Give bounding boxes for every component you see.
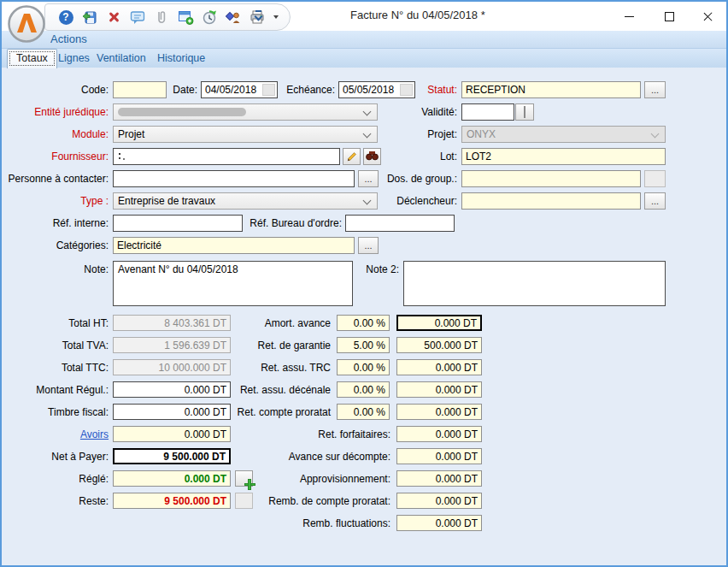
reste-value[interactable]: 9 500.000 DT [113, 493, 231, 509]
toolbar-overflow-icon[interactable] [252, 9, 264, 24]
new-window-glyph [177, 9, 194, 26]
type-dropdown[interactable]: Entreprise de travaux [113, 192, 378, 210]
delete-glyph [108, 11, 120, 23]
remb-compte-proratat-input[interactable]: 0.000 DT [396, 493, 482, 509]
remb-fluctuations-label: Remb. fluctuations: [215, 515, 390, 532]
approvisionnement-input[interactable]: 0.000 DT [396, 470, 482, 487]
validite-check-button[interactable] [515, 103, 534, 121]
comment-glyph [129, 9, 146, 26]
note2-textarea[interactable] [403, 261, 666, 306]
delete-icon[interactable] [103, 7, 124, 27]
ref-interne-label: Réf. interne: [36, 215, 109, 232]
validite-input[interactable] [461, 103, 514, 121]
fournisseur-input[interactable] [113, 148, 340, 165]
minimize-button[interactable] [614, 5, 644, 27]
date-picker-button[interactable] [262, 84, 275, 96]
app-logo-icon [7, 4, 46, 44]
regle-label: Réglé: [19, 470, 109, 487]
fournisseur-edit-button[interactable] [343, 148, 361, 165]
tab-ventilation[interactable]: Ventilation [88, 50, 155, 67]
note2-label: Note 2: [359, 261, 399, 278]
amort-avance-label: Amort. avance [185, 315, 331, 332]
close-icon [702, 11, 713, 21]
avance-sur-decompte-input[interactable]: 0.000 DT [396, 448, 482, 464]
workflow-icon[interactable] [223, 7, 244, 27]
chevron-down-icon [363, 130, 372, 139]
avoirs-link[interactable]: Avoirs [19, 426, 109, 443]
actions-menu[interactable]: Actions [50, 32, 87, 45]
personne-label: Personne à contacter: [2, 170, 109, 187]
ret-compte-proratat-pct-input[interactable]: 0.00 % [337, 404, 390, 420]
ref-interne-input[interactable] [113, 215, 243, 232]
declencheur-input[interactable] [461, 192, 641, 210]
ret-assu-decenale-label: Ret. assu. décénale [185, 381, 331, 399]
projet-label: Projet: [402, 126, 457, 143]
maximize-button[interactable] [654, 5, 684, 27]
personne-browse-button[interactable]: ... [358, 170, 379, 187]
categories-input[interactable]: Electricité [113, 237, 355, 254]
ret-garantie-amount-input[interactable]: 500.000 DT [396, 337, 482, 353]
ret-forfaitaires-input[interactable]: 0.000 DT [396, 426, 482, 442]
print-dropdown-icon[interactable] [271, 7, 281, 27]
ret-garantie-label: Ret. de garantie [185, 337, 331, 354]
ret-assu-decenale-amount-input[interactable]: 0.000 DT [396, 381, 482, 398]
dos-groupe-input[interactable] [461, 170, 641, 187]
personne-input[interactable] [113, 170, 355, 187]
checkbox-icon [524, 106, 525, 118]
ret-assu-trc-amount-input[interactable]: 0.000 DT [396, 359, 482, 375]
help-icon[interactable]: ? [56, 7, 76, 27]
close-button[interactable] [692, 5, 723, 27]
attachment-icon[interactable] [151, 7, 172, 27]
note-textarea[interactable]: Avenant N° du 04/05/2018 [113, 261, 353, 306]
dos-groupe-browse-button [644, 170, 666, 187]
entite-juridique-dropdown[interactable] [113, 103, 378, 121]
pencil-icon [345, 149, 358, 162]
ret-assu-trc-pct-input[interactable]: 0.00 % [337, 359, 390, 375]
code-input[interactable] [113, 81, 167, 98]
net-a-payer-value[interactable]: 9 500.000 DT [113, 448, 231, 464]
tab-strip: Totaux Lignes Ventilation Historique [2, 49, 726, 68]
tab-historique[interactable]: Historique [149, 50, 214, 67]
code-label: Code: [53, 81, 109, 98]
save-icon[interactable] [79, 7, 100, 27]
fournisseur-search-button[interactable] [363, 148, 381, 165]
binoculars-icon [366, 150, 379, 161]
reste-label: Reste: [19, 493, 109, 510]
categories-browse-button[interactable]: ... [358, 237, 379, 254]
regle-value[interactable]: 0.000 DT [113, 470, 231, 487]
statut-input[interactable]: RECEPTION [461, 81, 641, 98]
declencheur-browse-button[interactable]: ... [644, 192, 666, 210]
total-ttc-label: Total TTC: [19, 359, 109, 376]
projet-dropdown: ONYX [461, 126, 666, 143]
remb-fluctuations-input[interactable]: 0.000 DT [396, 515, 482, 531]
maximize-icon [665, 12, 674, 21]
save-glyph [81, 9, 98, 26]
window-title: Facture N° du 04/05/2018 * [350, 9, 485, 21]
statut-browse-button[interactable]: ... [644, 81, 666, 98]
comment-icon[interactable] [127, 7, 148, 27]
type-label: Type : [53, 192, 109, 210]
note-label: Note: [53, 261, 109, 278]
tab-totaux[interactable]: Totaux [7, 49, 57, 68]
approvisionnement-label: Approvisionnement: [215, 470, 390, 487]
amort-avance-amount-input[interactable]: 0.000 DT [396, 315, 482, 331]
history-icon[interactable] [199, 7, 220, 27]
ret-garantie-pct-input[interactable]: 5.00 % [337, 337, 390, 353]
new-window-icon[interactable] [175, 7, 196, 27]
avance-sur-decompte-label: Avance sur décompte: [215, 448, 390, 465]
ret-forfaitaires-label: Ret. forfaitaires: [215, 426, 390, 443]
module-dropdown[interactable]: Projet [113, 126, 378, 143]
chevron-down-icon [651, 130, 660, 139]
amort-avance-pct-input[interactable]: 0.00 % [337, 315, 390, 331]
ret-compte-proratat-amount-input[interactable]: 0.000 DT [396, 404, 482, 420]
title-bar: ? Facture N [2, 2, 726, 31]
date-input[interactable]: 04/05/2018 [201, 81, 278, 98]
avoirs-value[interactable]: 0.000 DT [113, 426, 231, 442]
ret-assu-decenale-pct-input[interactable]: 0.00 % [337, 381, 390, 398]
lot-input[interactable]: LOT2 [461, 148, 666, 165]
ref-bureau-input[interactable] [345, 215, 455, 232]
workflow-glyph [225, 9, 242, 26]
montant-regul-label: Montant Régul.: [19, 381, 109, 399]
ret-compte-proratat-label: Ret. compte proratat [185, 404, 331, 421]
chevron-down-icon [363, 108, 372, 116]
